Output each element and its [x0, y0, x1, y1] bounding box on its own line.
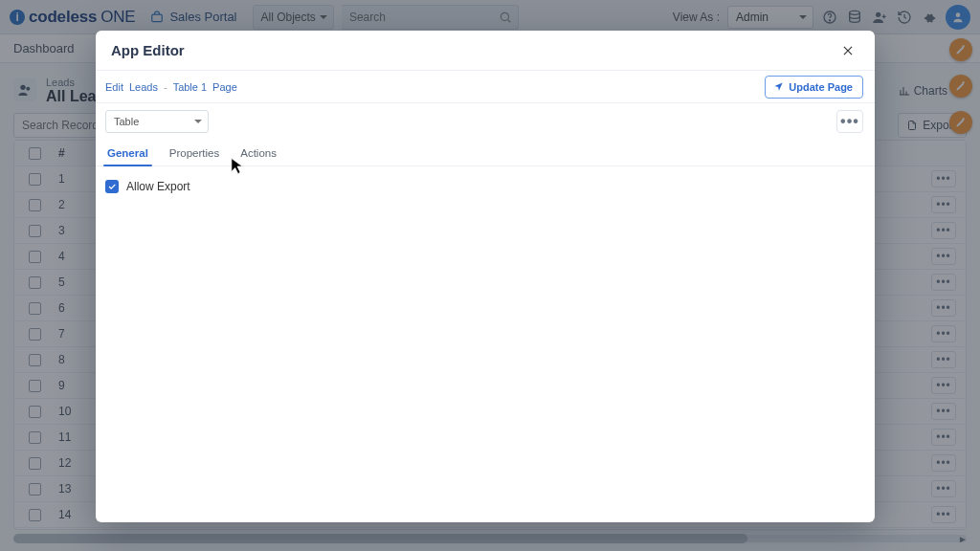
- breadcrumb-item[interactable]: Page: [212, 81, 237, 93]
- breadcrumb[interactable]: Edit Leads - Table 1 Page: [105, 81, 237, 93]
- allow-export-row[interactable]: Allow Export: [105, 180, 863, 193]
- allow-export-checkbox[interactable]: [105, 180, 119, 193]
- modal-close-button[interactable]: [836, 39, 859, 62]
- breadcrumb-item[interactable]: Table 1: [173, 81, 207, 93]
- close-icon: [841, 44, 855, 57]
- checkmark-icon: [107, 182, 117, 191]
- more-options-button[interactable]: •••: [836, 110, 863, 133]
- tab-properties[interactable]: Properties: [167, 147, 221, 165]
- component-type-dropdown[interactable]: Table: [105, 110, 209, 133]
- breadcrumb-item[interactable]: Leads: [129, 81, 158, 93]
- paper-plane-icon: [773, 81, 784, 92]
- breadcrumb-item[interactable]: Edit: [105, 81, 123, 93]
- modal-body: Allow Export: [96, 166, 875, 522]
- modal-title: App Editor: [111, 42, 185, 58]
- tab-actions[interactable]: Actions: [238, 147, 278, 165]
- update-page-button[interactable]: Update Page: [765, 76, 863, 99]
- update-page-label: Update Page: [789, 81, 853, 93]
- breadcrumb-separator: -: [164, 81, 167, 93]
- modal-toolbar: Table •••: [96, 103, 875, 140]
- modal-header: App Editor: [96, 31, 875, 71]
- modal-tabs: General Properties Actions: [96, 140, 875, 166]
- app-editor-modal: App Editor Edit Leads - Table 1 Page Upd…: [96, 31, 875, 522]
- modal-subheader: Edit Leads - Table 1 Page Update Page: [96, 71, 875, 103]
- component-type-value: Table: [114, 116, 139, 127]
- tab-general[interactable]: General: [105, 147, 150, 165]
- allow-export-label: Allow Export: [126, 180, 190, 193]
